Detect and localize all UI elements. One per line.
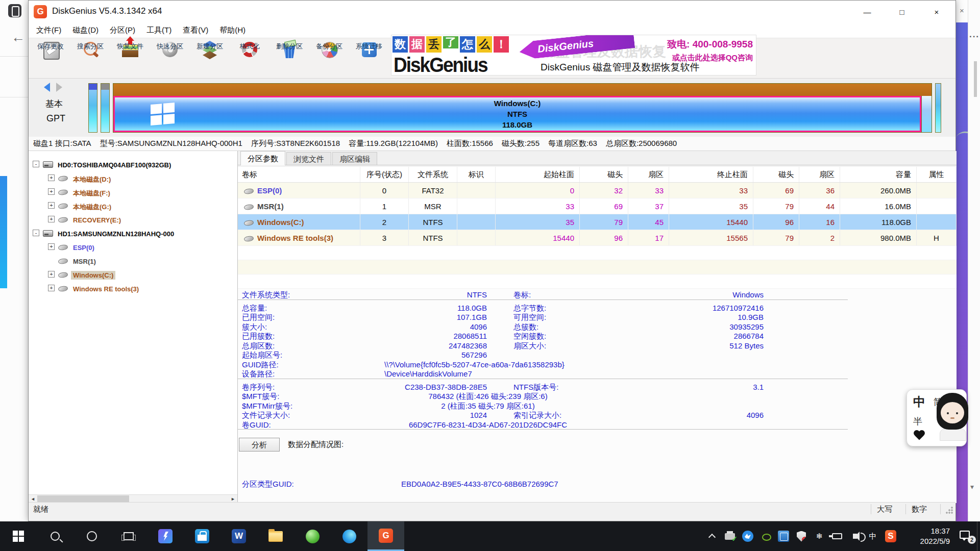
tree-item[interactable]: + RECOVERY(E:) (29, 213, 237, 227)
tab[interactable]: 浏览文件 (286, 152, 331, 165)
table-row[interactable]: ESP(0) 0 FAT32 0 32 33 33 69 36 260.0MB (238, 183, 957, 198)
table-header-cell[interactable]: 扇区 (799, 167, 840, 182)
start-button[interactable] (0, 521, 37, 551)
menu-item[interactable]: 帮助(H) (214, 26, 251, 35)
ime-floating-panel[interactable]: 中 简 半 (906, 389, 967, 446)
tab[interactable]: 扇区编辑 (332, 152, 377, 165)
tray-ime-language[interactable]: 中 (867, 531, 878, 542)
tablet-icon[interactable] (8, 4, 21, 17)
menu-item[interactable]: 查看(V) (177, 26, 214, 35)
scroll-down-icon[interactable]: ▾ (970, 483, 974, 491)
tree-expander-icon[interactable]: + (48, 243, 55, 250)
windows-c-partition-bar[interactable]: Windows(C:) NTFS 118.0GB (113, 96, 921, 132)
end-partition-bar[interactable] (935, 83, 941, 133)
msr-partition-bar[interactable] (101, 83, 110, 133)
tree-expander-icon[interactable]: + (48, 271, 55, 278)
table-row[interactable]: MSR(1) 1 MSR 33 69 37 35 79 44 16.0MB (238, 198, 957, 214)
tree-item[interactable]: + ESP(0) (29, 240, 237, 254)
prev-disk-icon[interactable] (44, 83, 50, 92)
tab[interactable]: 分区参数 (240, 151, 285, 165)
table-header-cell[interactable]: 文件系统 (409, 167, 457, 182)
table-header-cell[interactable]: 磁头 (753, 167, 799, 182)
show-desktop-button[interactable] (977, 521, 980, 551)
menu-item[interactable]: 文件(F) (31, 26, 67, 35)
tray-intel-graphics[interactable] (778, 531, 789, 542)
tree-item[interactable]: + 本地磁盘(F:) (29, 185, 237, 199)
table-header-cell[interactable]: 磁头 (580, 167, 628, 182)
table-row[interactable]: Windows RE tools(3) 3 NTFS 15440 96 17 1… (238, 230, 957, 246)
tree-item[interactable]: + 本地磁盘(G:) (29, 199, 237, 213)
toolbar-button[interactable]: 格式化 (230, 38, 270, 78)
taskbar-app-edge[interactable] (331, 521, 368, 551)
table-header-cell[interactable]: 卷标 (238, 167, 360, 182)
ad-qq-link[interactable]: 或点击此处选择QQ咨询 (667, 53, 753, 63)
maximize-button[interactable]: □ (894, 8, 910, 16)
taskbar-app-word[interactable]: W (220, 521, 257, 551)
tray-security[interactable] (796, 531, 807, 542)
scrollbar-thumb[interactable] (37, 495, 129, 503)
toolbar-button[interactable]: 搜索分区 (70, 38, 110, 78)
taskbar-app-lightning[interactable] (147, 521, 184, 551)
next-disk-icon[interactable] (56, 83, 62, 92)
tray-bird-app[interactable] (742, 531, 753, 542)
tray-power[interactable] (831, 531, 843, 542)
tray-volume[interactable] (849, 531, 861, 542)
scrollbar-thumb[interactable] (974, 61, 977, 97)
minimize-button[interactable]: — (860, 8, 875, 16)
taskbar-search-button[interactable] (37, 521, 74, 551)
toolbar-button[interactable]: 恢复文件 (110, 38, 150, 78)
close-button[interactable]: × (929, 8, 944, 16)
tree-item[interactable]: + 本地磁盘(D:) (29, 171, 237, 185)
tray-sogou[interactable]: S (885, 531, 896, 542)
table-header-cell[interactable]: 起始柱面 (496, 167, 580, 182)
table-header-cell[interactable]: 标识 (457, 167, 496, 182)
toolbar-button[interactable]: 系统迁移 (349, 38, 389, 78)
toolbar-button[interactable]: 新建分区 (190, 38, 230, 78)
re-tools-partition-bar[interactable] (921, 96, 932, 132)
menu-item[interactable]: 磁盘(D) (67, 26, 104, 35)
browser-menu-icon[interactable]: ··· (969, 32, 979, 42)
ad-banner[interactable]: 磁盘管理及数据恢复 数据丢了怎么！ DiskGenius DiskGenius … (391, 35, 756, 76)
tray-nvidia[interactable] (760, 531, 771, 542)
tree-expander-icon[interactable]: + (48, 285, 55, 291)
taskbar-app-store[interactable] (184, 521, 220, 551)
table-header-cell[interactable]: 容量 (840, 167, 917, 182)
resize-grip[interactable] (945, 506, 953, 514)
tree-expander-icon[interactable]: + (48, 188, 55, 195)
tray-expand-button[interactable] (706, 531, 718, 542)
tree-item[interactable]: - HD1:SAMSUNGMZNLN128HAHQ-000 (29, 227, 237, 240)
taskbar-app-explorer[interactable] (257, 521, 294, 551)
table-header-cell[interactable]: 扇区 (628, 167, 669, 182)
tree-expander-icon[interactable]: + (48, 216, 55, 222)
tray-snowflake-app[interactable]: ❄ (814, 531, 825, 542)
tree-expander-icon[interactable]: - (33, 161, 39, 167)
notification-center-button[interactable]: 2 (960, 531, 973, 542)
table-header-cell[interactable]: 终止柱面 (669, 167, 753, 182)
esp-partition-bar[interactable] (88, 83, 97, 133)
taskbar-app-diskgenius[interactable]: G (368, 521, 404, 551)
tree-expander-icon[interactable]: + (48, 174, 55, 181)
table-row[interactable]: Windows(C:) 2 NTFS 35 79 45 15440 96 16 (238, 214, 957, 230)
back-arrow-icon[interactable]: ← (11, 30, 25, 45)
tree-item[interactable]: + Windows(C:) (29, 268, 237, 282)
taskbar-clock[interactable]: 18:37 2022/5/9 (906, 526, 950, 546)
tree-expander-icon[interactable]: - (33, 230, 39, 236)
background-close-icon[interactable]: × (960, 6, 964, 15)
toolbar-button[interactable]: 备份分区 (309, 38, 349, 78)
tree-item[interactable]: + Windows RE tools(3) (29, 282, 237, 295)
tree-expander-icon[interactable]: + (48, 202, 55, 209)
table-header-cell[interactable]: 属性 (917, 167, 957, 182)
tree-item[interactable]: - HD0:TOSHIBAMQ04ABF100(932GB) (29, 158, 237, 171)
toolbar-button[interactable]: 保存更改 (31, 38, 70, 78)
toolbar-button[interactable]: 快速分区 (150, 38, 190, 78)
table-header-cell[interactable]: 序号(状态) (360, 167, 409, 182)
taskbar-app-green-browser[interactable] (294, 521, 331, 551)
ime-mode-zh[interactable]: 中 (913, 394, 925, 410)
menu-item[interactable]: 工具(T) (141, 26, 177, 35)
task-view-button[interactable] (110, 521, 147, 551)
tree-item[interactable]: MSR(1) (29, 254, 237, 268)
tray-printer[interactable] (724, 531, 736, 542)
analyze-button[interactable]: 分析 (239, 438, 280, 452)
toolbar-button[interactable]: 删除分区 (270, 38, 309, 78)
cortana-button[interactable] (74, 521, 110, 551)
